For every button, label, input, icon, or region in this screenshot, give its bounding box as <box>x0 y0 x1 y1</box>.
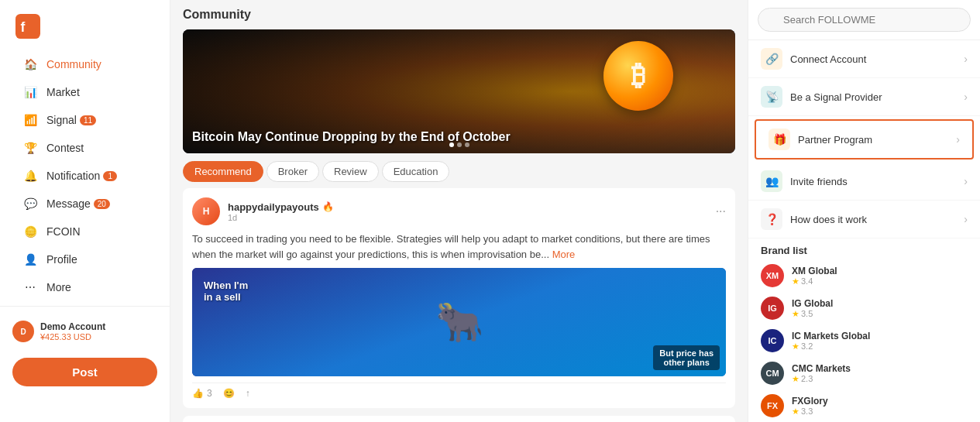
brand-logo-cmc-markets: CM <box>761 362 784 385</box>
account-row: D Demo Account ¥425.33 USD <box>0 314 170 348</box>
brand-info-ig-global: IG Global ★ 3.5 <box>792 298 833 319</box>
post-menu-button[interactable]: ··· <box>716 204 726 218</box>
fire-icon: 🔥 <box>322 201 334 212</box>
post-more-link[interactable]: More <box>552 249 576 260</box>
arrow-icon-4: › <box>964 213 968 225</box>
sidebar-item-profile[interactable]: 👤 Profile <box>6 246 163 273</box>
menu-item-signal-provider[interactable]: 📡 Be a Signal Provider › <box>748 78 980 116</box>
page-title: Community <box>183 8 735 22</box>
app-logo[interactable]: f <box>0 8 170 50</box>
svg-text:f: f <box>20 19 25 35</box>
brand-item-fxglory[interactable]: FX FXGlory ★ 3.3 <box>748 389 980 422</box>
post-image-text-line1: When I'm <box>204 280 248 291</box>
post-button[interactable]: Post <box>12 358 157 386</box>
hero-dots <box>449 142 469 147</box>
search-area: 🔍 <box>748 0 980 40</box>
post-username-text: happydailypayouts <box>228 201 319 213</box>
brand-logo-xm-global: XM <box>761 264 784 287</box>
post-image-text-line4: other plans <box>659 358 714 367</box>
post-image-text-line2: in a sell <box>204 291 248 303</box>
like-count: 3 <box>207 388 212 399</box>
post-username: happydailypayouts 🔥 <box>228 201 334 213</box>
brand-rating-cmc-markets: ★ 2.3 <box>792 374 851 384</box>
brand-rating-ic-markets: ★ 3.2 <box>792 341 870 352</box>
menu-item-connect-account[interactable]: 🔗 Connect Account › <box>748 40 980 78</box>
question-icon: ❓ <box>761 208 782 230</box>
search-input[interactable] <box>758 8 971 32</box>
signal-icon: 📶 <box>22 114 39 126</box>
sidebar-item-contest[interactable]: 🏆 Contest <box>6 135 163 161</box>
avatar: D <box>12 321 34 342</box>
brand-item-ic-markets[interactable]: IC IC Markets Global ★ 3.2 <box>748 324 980 357</box>
brand-info-xm-global: XM Global ★ 3.4 <box>792 266 837 286</box>
sidebar-label-profile: Profile <box>46 253 77 266</box>
brand-name-fxglory: FXGlory <box>792 396 828 407</box>
brand-rating-fxglory: ★ 3.3 <box>792 407 828 417</box>
coin-icon: 🪙 <box>22 225 39 238</box>
sidebar-label-more: More <box>46 281 71 293</box>
menu-item-partner-program[interactable]: 🎁 Partner Program › <box>755 119 974 160</box>
arrow-icon-1: › <box>964 91 968 103</box>
post-image-text-line3: But price has <box>659 348 714 358</box>
sidebar-item-more[interactable]: ⋯ More <box>6 274 163 300</box>
trophy-icon: 🏆 <box>22 142 39 154</box>
post-time: 1d <box>228 213 334 222</box>
brand-logo-ic-markets: IC <box>761 329 784 352</box>
sidebar-label-community: Community <box>46 58 101 70</box>
tab-review[interactable]: Review <box>322 161 379 182</box>
more-icon: ⋯ <box>22 281 39 293</box>
arrow-icon-3: › <box>964 175 968 187</box>
signal-provider-label: Be a Signal Provider <box>790 91 964 103</box>
hero-dot-1 <box>449 142 454 147</box>
sidebar-label-fcoin: FCOIN <box>46 225 81 238</box>
post-body: To succeed in trading you need to be fle… <box>192 232 726 262</box>
message-icon: 💬 <box>22 197 39 210</box>
sidebar-item-notification[interactable]: 🔔 Notification 1 <box>6 163 163 189</box>
share-icon: ↑ <box>246 388 250 399</box>
brand-name-xm-global: XM Global <box>792 266 837 276</box>
like-button[interactable]: 👍 3 <box>192 388 212 399</box>
chart-icon: 📊 <box>22 86 39 98</box>
partner-program-label: Partner Program <box>798 134 956 146</box>
brand-item-xm-global[interactable]: XM XM Global ★ 3.4 <box>748 259 980 292</box>
sidebar-item-market[interactable]: 📊 Market <box>6 79 163 105</box>
sidebar-label-message: Message <box>46 197 91 210</box>
menu-item-how-it-works[interactable]: ❓ How does it work › <box>748 201 980 238</box>
sidebar-label-market: Market <box>46 86 80 98</box>
user-icon: 👤 <box>22 253 39 266</box>
sidebar-item-fcoin[interactable]: 🪙 FCOIN <box>6 218 163 245</box>
how-it-works-label: How does it work <box>790 214 964 225</box>
brand-logo-fxglory: FX <box>761 394 784 417</box>
brand-logo-ig-global: IG <box>761 297 784 320</box>
arrow-icon-2: › <box>956 133 960 146</box>
notification-badge: 1 <box>103 171 117 181</box>
comment-button[interactable]: 😊 <box>223 388 235 399</box>
invite-friends-label: Invite friends <box>790 176 964 187</box>
invite-icon: 👥 <box>761 170 782 192</box>
sidebar-item-community[interactable]: 🏠 Community <box>6 51 163 77</box>
partner-program-wrap: 🎁 Partner Program › <box>748 116 980 163</box>
comment-icon: 😊 <box>223 388 235 399</box>
partner-icon: 🎁 <box>769 129 790 150</box>
connect-icon: 🔗 <box>761 48 782 70</box>
signal-badge: 11 <box>80 115 96 125</box>
tab-education[interactable]: Education <box>382 161 450 182</box>
content-tabs: Recommend Broker Review Education <box>183 161 735 182</box>
hero-dot-3 <box>465 142 469 147</box>
post-actions: 👍 3 😊 ↑ <box>192 383 726 399</box>
tab-broker[interactable]: Broker <box>266 161 319 182</box>
share-button[interactable]: ↑ <box>246 388 250 399</box>
home-icon: 🏠 <box>22 58 39 70</box>
menu-item-invite-friends[interactable]: 👥 Invite friends › <box>748 163 980 201</box>
brand-rating-ig-global: ★ 3.5 <box>792 309 833 319</box>
tab-recommend[interactable]: Recommend <box>183 161 263 182</box>
brand-item-ig-global[interactable]: IG IG Global ★ 3.5 <box>748 292 980 324</box>
brand-item-cmc-markets[interactable]: CM CMC Markets ★ 2.3 <box>748 357 980 389</box>
sidebar-label-notification: Notification <box>46 170 100 182</box>
sidebar-item-message[interactable]: 💬 Message 20 <box>6 190 163 217</box>
sidebar-item-signal[interactable]: 📶 Signal 11 <box>6 107 163 133</box>
post-avatar: H <box>192 197 220 225</box>
hero-dot-2 <box>457 142 462 147</box>
main-content: Community ₿ Bitcoin May Continue Droppin… <box>170 0 748 422</box>
bell-icon: 🔔 <box>22 170 39 182</box>
